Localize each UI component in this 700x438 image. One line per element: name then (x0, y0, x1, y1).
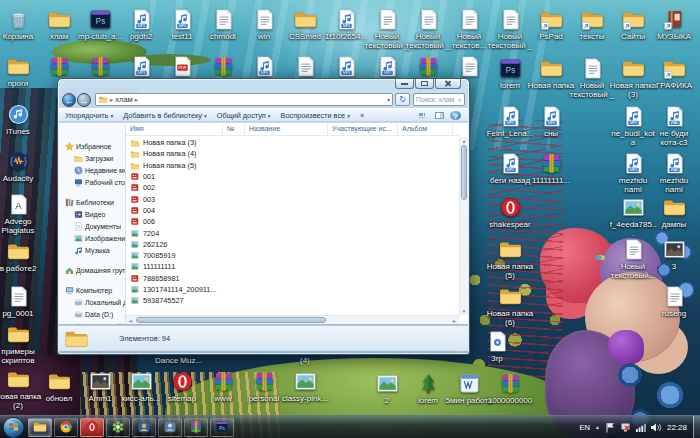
preview-pane-button[interactable] (433, 110, 446, 121)
search-input[interactable]: Поиск: хлам ⌕ (413, 93, 465, 106)
nav-item[interactable]: Data (D:) (59, 308, 125, 320)
start-button[interactable] (3, 417, 24, 438)
desktop-icon[interactable]: Новая папка (5) (486, 238, 534, 280)
desktop-icon[interactable]: дампы (650, 196, 698, 229)
address-dropdown-icon[interactable]: ▾ (387, 96, 390, 103)
language-indicator[interactable]: EN (580, 423, 590, 432)
breadcrumb[interactable]: хлам (115, 95, 132, 104)
file-row[interactable]: 5938745527 (126, 295, 459, 306)
taskbar-clock[interactable]: 22:28 (667, 423, 687, 432)
nav-item[interactable]: Изображения (59, 232, 125, 244)
desktop-icon[interactable]: AAdvego Plagiatus (0, 193, 42, 235)
desktop-icon[interactable]: Audacity (0, 150, 42, 183)
volume-icon[interactable] (650, 422, 661, 433)
nav-item[interactable]: Локальный диск (59, 320, 125, 324)
command-button[interactable]: Упорядочить ▾ (65, 111, 113, 120)
file-row[interactable]: 70085919 (126, 250, 459, 261)
column-header[interactable]: Альбом (398, 123, 453, 135)
command-button[interactable]: Воспроизвести все ▾ (281, 111, 350, 120)
show-hidden-icons-button[interactable]: ▲ (595, 424, 600, 430)
opera-taskbar-button[interactable] (80, 418, 104, 437)
file-row[interactable]: 111111111 (126, 261, 459, 272)
nav-item[interactable]: Загрузки (59, 152, 125, 164)
file-row[interactable]: Новая папка (4) (126, 148, 459, 159)
nav-item[interactable]: Избранное (59, 140, 125, 152)
close-button[interactable] (435, 79, 461, 89)
horizontal-scroll-thumb[interactable] (136, 317, 326, 323)
scroll-right-icon[interactable]: ► (452, 317, 457, 325)
address-bar[interactable]: ▸ хлам ▸ ▾ (95, 93, 393, 106)
help-button[interactable]: ? (449, 110, 462, 121)
file-row[interactable]: 002 (126, 182, 459, 193)
file-row[interactable]: 001 (126, 171, 459, 182)
desktop-icon[interactable]: MP3сны (527, 105, 575, 138)
file-row[interactable]: Новая папка (3) (126, 137, 459, 148)
file-row[interactable]: 1301741114_200911... (126, 284, 459, 295)
device-status-icon[interactable] (620, 422, 631, 433)
desktop-icon[interactable]: в работе2 (0, 240, 42, 273)
nav-item[interactable]: Недавние места (59, 164, 125, 176)
crumb-separator-icon[interactable]: ▸ (135, 96, 138, 104)
desktop-icon[interactable]: classy-pink... (281, 370, 329, 403)
refresh-button[interactable]: ↻ (395, 93, 410, 106)
command-button[interactable]: Добавить в библиотеку ▾ (123, 111, 207, 120)
back-button[interactable]: ← (62, 93, 76, 107)
file-row[interactable]: 7204 (126, 227, 459, 238)
scroll-left-icon[interactable]: ◄ (128, 317, 133, 325)
file-row[interactable]: 262126 (126, 239, 459, 250)
file-row[interactable]: 004 (126, 205, 459, 216)
desktop-icon[interactable]: shakespear (486, 196, 534, 229)
column-header[interactable]: Имя (126, 123, 223, 135)
qip-taskbar-button[interactable] (158, 418, 182, 437)
winrar-taskbar-button[interactable] (184, 418, 208, 437)
icq-taskbar-button[interactable] (106, 418, 130, 437)
views-button[interactable] (417, 110, 430, 121)
vertical-scroll-thumb[interactable] (461, 145, 467, 200)
column-header[interactable]: Название (245, 123, 328, 135)
explorer-taskbar-button[interactable] (28, 418, 52, 437)
scroll-up-icon[interactable]: ▲ (460, 137, 468, 145)
desktop-icon[interactable]: pg_0001 (0, 285, 42, 318)
file-row[interactable]: 788658981 (126, 273, 459, 284)
nav-item[interactable]: Локальный диск (59, 296, 125, 308)
horizontal-scrollbar[interactable]: ◄ ► (126, 315, 459, 324)
more-commands-button[interactable]: » (360, 111, 364, 120)
chrome-taskbar-button[interactable] (54, 418, 78, 437)
command-button[interactable]: Общий доступ ▾ (217, 111, 271, 120)
file-row[interactable]: 006 (126, 216, 459, 227)
nav-item[interactable]: Библиотеки (59, 196, 125, 208)
desktop-icon[interactable]: WAVне буди кота-c3 (650, 105, 698, 147)
desktop-icon[interactable]: 11111111... (527, 152, 575, 185)
nav-item[interactable]: Домашняя группа (59, 264, 125, 276)
forward-button[interactable]: → (77, 93, 91, 107)
maximize-button[interactable] (415, 79, 434, 89)
photoshop-taskbar-button[interactable]: Ps (210, 418, 234, 437)
nav-item[interactable]: Документы (59, 220, 125, 232)
desktop-icon[interactable]: iTunes (0, 103, 42, 136)
desktop-icon[interactable]: 1000000000 (486, 372, 534, 405)
desktop-icon[interactable]: WAVmezhdu nami (650, 152, 698, 194)
scroll-down-icon[interactable]: ▼ (460, 307, 468, 315)
show-desktop-button[interactable] (693, 416, 700, 438)
nav-item[interactable]: Видео (59, 208, 125, 220)
desktop-icon[interactable]: ruseng (650, 285, 698, 318)
desktop-icon[interactable]: 3rp (473, 330, 521, 363)
column-header[interactable]: Участвующие ис... (328, 123, 398, 135)
file-row[interactable]: 003 (126, 193, 459, 204)
minimize-button[interactable] (395, 79, 414, 89)
vertical-scrollbar[interactable]: ▲ ▼ (459, 137, 468, 315)
desktop-icon[interactable]: Новая папка (6) (486, 285, 534, 327)
desktop-icon[interactable]: ГРАФИКА (650, 57, 698, 90)
action-center-icon[interactable] (605, 422, 616, 433)
nav-item[interactable]: Рабочий стол (59, 176, 125, 188)
column-header[interactable]: № (223, 123, 245, 135)
desktop-icon[interactable]: 3 (650, 238, 698, 271)
file-row[interactable]: Новая папка (5) (126, 160, 459, 171)
desktop-icon[interactable]: МУЗЫКА (650, 8, 698, 41)
messenger-taskbar-button[interactable] (132, 418, 156, 437)
window-titlebar[interactable] (58, 79, 469, 91)
nav-item[interactable]: Компьютер (59, 284, 125, 296)
nav-item[interactable]: Музыка (59, 244, 125, 256)
desktop-icon[interactable]: примеры скриптов (0, 323, 42, 365)
network-icon[interactable] (635, 422, 646, 433)
